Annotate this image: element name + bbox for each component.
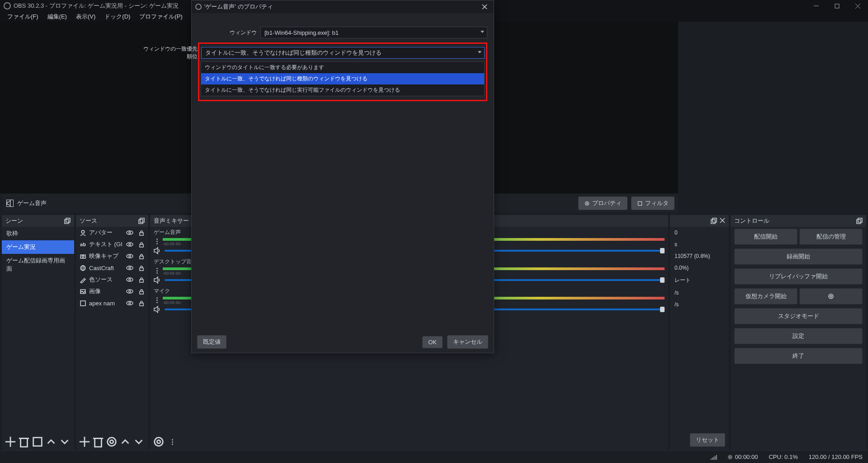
lock-icon[interactable]	[138, 241, 145, 248]
remove-source-button[interactable]	[92, 436, 104, 448]
ok-button[interactable]: OK	[422, 336, 443, 348]
speaker-icon[interactable]	[154, 306, 161, 313]
svg-rect-20	[140, 233, 143, 235]
svg-rect-14	[33, 438, 42, 446]
source-row[interactable]: 映像キャプ	[76, 250, 148, 262]
menu-edit[interactable]: 編集(E)	[43, 12, 71, 22]
svg-point-54	[155, 438, 163, 446]
menu-profile[interactable]: プロファイル(P)	[135, 12, 187, 22]
move-down-button[interactable]	[59, 436, 71, 448]
svg-marker-52	[154, 277, 158, 283]
mixer-title: 音声ミキサー	[154, 217, 189, 225]
source-row[interactable]: アバター	[76, 227, 148, 239]
lock-icon[interactable]	[138, 265, 145, 271]
svg-rect-9	[66, 218, 70, 222]
virtual-camera-button[interactable]: 仮想カメラ開始	[734, 288, 797, 304]
properties-button[interactable]: プロパティ	[578, 196, 627, 210]
svg-point-25	[82, 255, 84, 257]
visibility-icon[interactable]	[126, 299, 134, 307]
obs-icon	[4, 2, 11, 9]
scene-item[interactable]: 歌枠	[2, 227, 74, 240]
source-row[interactable]: CastCraft	[76, 262, 148, 274]
popout-icon[interactable]	[856, 218, 863, 224]
settings-button[interactable]: 設定	[734, 328, 863, 344]
source-row[interactable]: abテキスト (GI	[76, 239, 148, 250]
exit-button[interactable]: 終了	[734, 348, 863, 364]
filters-button[interactable]: フィルタ	[631, 196, 675, 210]
studio-mode-button[interactable]: スタジオモード	[734, 308, 863, 324]
dropdown-option[interactable]: ウィンドウのタイトルに一致する必要があります	[201, 62, 484, 73]
mixer-settings-button[interactable]	[153, 436, 165, 448]
popout-icon[interactable]	[138, 218, 145, 224]
svg-point-42	[127, 301, 133, 305]
speaker-icon[interactable]	[154, 247, 161, 254]
add-source-button[interactable]	[79, 436, 90, 448]
svg-point-5	[585, 201, 589, 205]
gear-icon	[584, 201, 590, 206]
more-icon[interactable]	[154, 239, 160, 244]
svg-point-49	[108, 438, 116, 446]
svg-point-50	[110, 440, 113, 443]
source-row[interactable]: apex nam	[76, 297, 148, 309]
obs-icon	[195, 4, 202, 10]
svg-rect-8	[65, 220, 69, 224]
visibility-icon[interactable]	[126, 264, 134, 272]
visibility-icon[interactable]	[126, 276, 134, 284]
virtual-camera-settings-button[interactable]	[799, 288, 863, 304]
defaults-button[interactable]: 既定値	[197, 335, 226, 349]
dialog-close-button[interactable]	[479, 1, 490, 12]
visibility-icon[interactable]	[126, 229, 134, 237]
move-up-button[interactable]	[45, 436, 57, 448]
lock-icon[interactable]	[138, 276, 145, 283]
lock-icon[interactable]	[138, 253, 145, 259]
lock-icon[interactable]	[138, 229, 145, 236]
sources-panel: ソース アバター abテキスト (GI 映像キャプ CastCraft 色ソース…	[76, 215, 148, 450]
start-streaming-button[interactable]: 配信開始	[734, 229, 797, 245]
properties-dialog: 'ゲーム音声' のプロパティ ウィンドウ [b1-Win64-Shipping.…	[191, 0, 494, 353]
minimize-button[interactable]	[806, 0, 826, 12]
move-up-button[interactable]	[119, 436, 131, 448]
dialog-titlebar: 'ゲーム音声' のプロパティ	[192, 0, 494, 13]
match-priority-combobox[interactable]: タイトルに一致、そうでなければ同じ種類のウィンドウを見つける	[201, 47, 485, 59]
scene-item[interactable]: ゲーム配信録画専用画面	[2, 254, 74, 276]
menu-view[interactable]: 表示(V)	[71, 12, 100, 22]
popout-icon[interactable]	[711, 218, 717, 224]
chevron-down-icon	[478, 51, 481, 53]
more-icon[interactable]	[154, 268, 160, 274]
manage-broadcast-button[interactable]: 配信の管理	[799, 229, 863, 245]
reset-button[interactable]: リセット	[690, 433, 725, 447]
close-button[interactable]	[847, 0, 868, 12]
close-icon[interactable]	[720, 218, 725, 223]
remove-scene-button[interactable]	[18, 436, 30, 448]
mixer-more-button[interactable]	[166, 436, 178, 448]
person-icon	[80, 229, 86, 236]
dialog-footer: 既定値 OK キャンセル	[192, 331, 494, 353]
popout-icon[interactable]	[64, 218, 71, 224]
lock-icon[interactable]	[138, 288, 145, 295]
move-down-button[interactable]	[133, 436, 145, 448]
menu-dock[interactable]: ドック(D)	[100, 12, 135, 22]
dropdown-option[interactable]: タイトルに一致、そうでなければ同じ実行可能ファイルのウィンドウを見つける	[201, 84, 484, 96]
lock-icon[interactable]	[138, 300, 145, 306]
more-icon[interactable]	[154, 297, 160, 303]
window-combobox[interactable]: [b1-Win64-Shipping.exe]: b1	[260, 27, 487, 38]
dropdown-option[interactable]: タイトルに一致、そうでなければ同じ種類のウィンドウを見つける	[201, 73, 484, 84]
source-row[interactable]: 色ソース	[76, 274, 148, 285]
menu-file[interactable]: ファイル(F)	[3, 12, 43, 22]
scene-item[interactable]: ゲーム実況	[2, 240, 74, 254]
source-properties-button[interactable]	[106, 436, 118, 448]
visibility-icon[interactable]	[126, 287, 134, 295]
scene-filter-button[interactable]	[32, 436, 43, 448]
speaker-icon[interactable]	[154, 276, 161, 284]
visibility-icon[interactable]	[126, 240, 134, 248]
add-scene-button[interactable]	[5, 436, 16, 448]
source-row[interactable]: 画像	[76, 285, 148, 297]
replay-buffer-button[interactable]: リプレイバッファ開始	[734, 268, 863, 285]
match-priority-label: ウィンドウの一致優先順位	[139, 45, 198, 61]
cancel-button[interactable]: キャンセル	[447, 335, 488, 349]
stat-row: /s	[670, 299, 729, 310]
maximize-button[interactable]	[826, 0, 847, 12]
visibility-icon[interactable]	[126, 252, 134, 260]
globe-icon	[80, 265, 86, 271]
start-recording-button[interactable]: 録画開始	[734, 248, 863, 265]
